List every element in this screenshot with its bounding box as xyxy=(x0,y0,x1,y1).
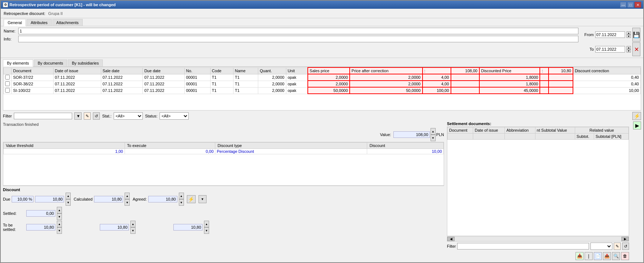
discount-due-row: Due ▲ ▼ Calculated ▲ xyxy=(3,193,444,206)
value-input[interactable] xyxy=(393,131,430,138)
bottom-filter-input[interactable] xyxy=(457,243,589,250)
row-col17 xyxy=(549,74,573,81)
tosettle-down1[interactable]: ▼ xyxy=(57,227,62,234)
calculated-label: Calculated xyxy=(74,197,93,201)
scroll-right[interactable]: ▶ xyxy=(621,237,629,241)
tosettle-input1[interactable] xyxy=(26,224,55,231)
settlement-table-container[interactable]: Document Date of issue Abbreviation nt S… xyxy=(447,127,629,236)
info-input[interactable] xyxy=(18,36,578,42)
value-up-btn[interactable]: ▲ xyxy=(431,128,436,135)
from-date-input[interactable] xyxy=(595,31,625,38)
row-unit: opak xyxy=(286,87,308,94)
agreed-up[interactable]: ▲ xyxy=(179,193,184,199)
bottom-filter-refresh-btn[interactable]: ↺ xyxy=(622,243,629,250)
btn-search[interactable]: 🔍 xyxy=(612,252,620,260)
tosettle-up1[interactable]: ▲ xyxy=(57,221,62,227)
settlement-scrollbar[interactable]: ◀ ▶ xyxy=(447,236,629,241)
name-input[interactable] xyxy=(18,28,578,34)
tosettle-input2[interactable] xyxy=(100,224,129,231)
sub-tab-by-documents[interactable]: By documents xyxy=(34,59,67,66)
btn-doc-add[interactable]: 📥 xyxy=(576,252,584,260)
tosettle-down3[interactable]: ▼ xyxy=(204,227,209,234)
bottom-filter-row: Filter ✎ ↺ xyxy=(447,241,629,251)
settled-field: Settled: ▲ ▼ xyxy=(3,207,62,220)
settled-label: Settled: xyxy=(3,211,25,216)
tab-attachments[interactable]: Attachments xyxy=(52,19,83,26)
value-down-btn[interactable]: ▼ xyxy=(431,135,436,141)
minimize-button[interactable]: — xyxy=(620,2,627,8)
bottom-filter-select[interactable] xyxy=(590,243,612,250)
main-table-container[interactable]: Document Date of issue Sale date Due dat… xyxy=(3,67,641,111)
from-date-up[interactable]: ▲ xyxy=(627,31,631,35)
tosettle-label: To be settled: xyxy=(3,223,25,232)
btn-doc-action[interactable]: 📄 xyxy=(594,252,602,260)
stat-select[interactable]: <All> xyxy=(114,112,143,120)
tab-general[interactable]: General xyxy=(4,19,26,26)
tosettle-up3[interactable]: ▲ xyxy=(204,221,209,227)
cancel-button[interactable]: ✕ xyxy=(632,42,640,56)
sub-tab-by-elements[interactable]: By elements xyxy=(3,59,33,67)
row-disc-price: 45,0000 xyxy=(479,87,540,94)
maximize-button[interactable]: □ xyxy=(627,2,634,8)
row-code: T1 xyxy=(210,81,233,87)
from-date-down[interactable]: ▼ xyxy=(627,35,631,38)
row-checkbox[interactable] xyxy=(4,81,12,87)
col-header-1080: 10,80 xyxy=(549,67,573,74)
table-row[interactable]: SOR-37/22 07.11.2022 07.11.2022 07.11.20… xyxy=(4,74,641,81)
btn-doc-remove[interactable]: 📤 xyxy=(603,252,611,260)
col-header-colon1: : xyxy=(423,67,451,74)
table-row[interactable]: SOR-38/22 07.11.2022 07.11.2022 07.11.20… xyxy=(4,81,641,87)
settled-up[interactable]: ▲ xyxy=(57,207,62,213)
agreed-down[interactable]: ▼ xyxy=(179,199,184,206)
filter-lightning-btn[interactable]: ⚡ xyxy=(632,112,641,120)
threshold-row[interactable]: 1,00 0,00 Percentage Discount 10,00 xyxy=(4,149,444,154)
row-quant: 2,0000 xyxy=(258,74,286,81)
row-price-after: 2,0000 xyxy=(350,81,422,87)
filter-input[interactable] xyxy=(14,113,72,119)
save-button[interactable]: 💾 xyxy=(632,28,640,42)
far-right-btn1[interactable]: ▶ xyxy=(633,121,641,129)
table-row[interactable]: SI-100/22 07.11.2022 07.11.2022 07.11.20… xyxy=(4,87,641,94)
to-date-input[interactable] xyxy=(595,46,625,53)
settled-input[interactable] xyxy=(26,210,55,217)
bottom-filter-edit-btn[interactable]: ✎ xyxy=(614,243,621,250)
discount-lightning-btn[interactable]: ⚡ xyxy=(187,195,196,203)
discount-extra-btn1[interactable]: ▼ xyxy=(199,195,207,203)
filter-refresh-btn[interactable]: ↺ xyxy=(93,112,100,120)
tosettle-input3[interactable] xyxy=(173,224,203,231)
filter-edit-btn[interactable]: ✎ xyxy=(84,112,91,120)
col-header-quant: Quant. xyxy=(258,67,286,74)
tosettle-down2[interactable]: ▼ xyxy=(130,227,136,234)
row-checkbox[interactable] xyxy=(4,87,12,94)
threshold-disc-type: Percentage Discount xyxy=(215,149,367,154)
row-disc-price: 1,8000 xyxy=(479,81,540,87)
settlement-sub-subtot: Subtot. xyxy=(575,134,594,140)
from-date-spinner[interactable]: ▲ ▼ xyxy=(627,31,631,38)
info-label: Info: xyxy=(4,37,18,41)
calculated-input[interactable] xyxy=(94,196,123,202)
calculated-up[interactable]: ▲ xyxy=(125,193,130,199)
close-window-button[interactable]: ✕ xyxy=(635,2,641,8)
due-value-input[interactable] xyxy=(35,196,64,202)
agreed-input[interactable] xyxy=(148,196,177,202)
row-disc-correction: 0,40 xyxy=(573,81,641,87)
row-checkbox[interactable] xyxy=(4,74,12,81)
tab-attributes[interactable]: Attributes xyxy=(27,19,51,26)
sub-tab-by-subsidiaries[interactable]: By subsidiaries xyxy=(68,59,103,66)
due-up[interactable]: ▲ xyxy=(66,193,71,199)
tosettle-up2[interactable]: ▲ xyxy=(130,221,136,227)
status-select[interactable]: <All> xyxy=(160,112,189,120)
scroll-left[interactable]: ◀ xyxy=(447,237,455,241)
to-date-up[interactable]: ▲ xyxy=(627,46,631,49)
due-percent-input[interactable] xyxy=(12,196,34,202)
stat-label: Stat.: xyxy=(102,114,111,118)
settled-down[interactable]: ▼ xyxy=(57,213,62,220)
filter-dropdown-btn[interactable]: ▼ xyxy=(74,112,82,120)
btn-delete[interactable]: 🗑 xyxy=(621,252,629,260)
settlement-sub-subtotpln: Subtotal [PLN] xyxy=(594,134,628,140)
to-date-spinner[interactable]: ▲ ▼ xyxy=(627,46,631,53)
due-down[interactable]: ▼ xyxy=(66,199,71,206)
calculated-down[interactable]: ▼ xyxy=(125,199,130,206)
sub-tabs-row: By elements By documents By subsidiaries xyxy=(3,58,641,67)
to-date-down[interactable]: ▼ xyxy=(627,49,631,53)
